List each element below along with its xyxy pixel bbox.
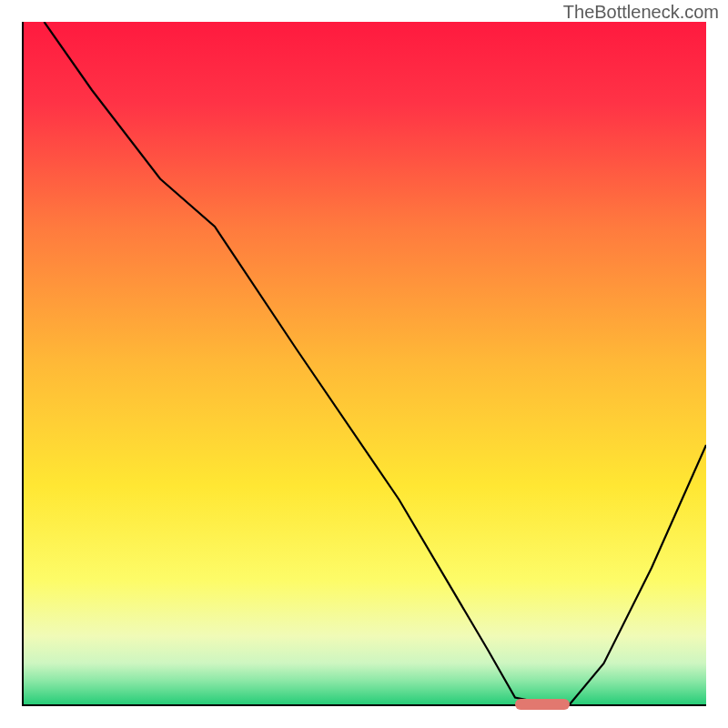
chart-curve <box>24 22 706 704</box>
chart-plot-area <box>22 22 706 706</box>
optimal-range-marker <box>515 699 570 710</box>
watermark-text: TheBottleneck.com <box>563 2 719 23</box>
